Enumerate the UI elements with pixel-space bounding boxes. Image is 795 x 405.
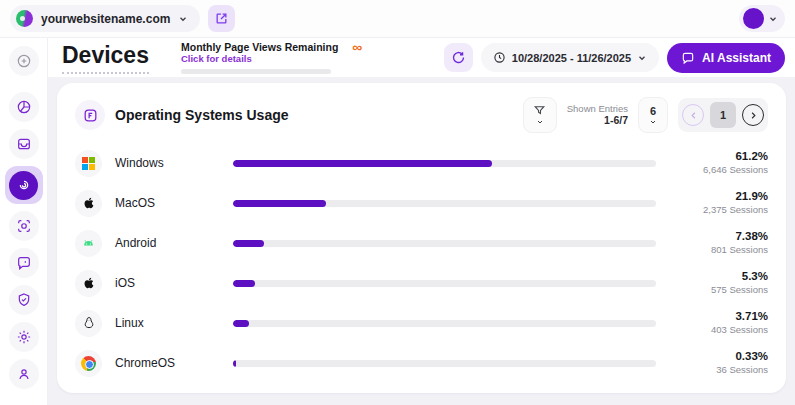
usage-bar-track: [233, 240, 656, 247]
active-indicator: [9, 171, 38, 200]
content-area: Operating Systems Usage Shown Entries 1-…: [48, 77, 795, 405]
os-row-macos: MacOS 21.9% 2,375 Sessions: [75, 183, 768, 223]
card-title: Operating Systems Usage: [115, 107, 289, 123]
sidebar-item-tracking[interactable]: [9, 211, 39, 241]
open-website-button[interactable]: [208, 5, 235, 32]
usage-bar-fill: [233, 320, 249, 327]
current-page[interactable]: 1: [710, 102, 736, 128]
os-percent: 7.38%: [668, 229, 768, 244]
chevron-down-icon: [536, 118, 544, 126]
os-sessions: 36 Sessions: [668, 364, 768, 376]
os-percent: 5.3%: [668, 269, 768, 284]
chrome-logo-icon: [75, 350, 102, 377]
usage-bar-fill: [233, 240, 264, 247]
os-label: ChromeOS: [115, 356, 233, 370]
windows-logo-icon: [75, 150, 102, 177]
sidebar-item-profile[interactable]: [9, 359, 39, 389]
filter-funnel-icon: [533, 104, 546, 117]
arrow-right-icon: [748, 110, 759, 121]
sidebar-item-settings[interactable]: [9, 322, 39, 352]
website-selector[interactable]: yourwebsitename.com: [10, 5, 200, 32]
gear-icon: [16, 329, 32, 345]
sidebar-nav: [0, 38, 48, 405]
target-scan-icon: [16, 218, 32, 234]
refresh-button[interactable]: [444, 43, 473, 72]
android-logo-icon: [75, 230, 102, 257]
user-menu[interactable]: [739, 5, 785, 32]
os-percent: 3.71%: [668, 309, 768, 324]
arrow-left-icon: [688, 110, 699, 121]
pagination: 1: [678, 98, 768, 132]
user-pin-icon: [16, 366, 32, 382]
usage-bar-track: [233, 280, 656, 287]
refresh-icon: [451, 50, 466, 65]
shown-entries-range: 1-6/7: [567, 114, 628, 127]
sidebar-item-analytics[interactable]: [9, 92, 39, 122]
top-bar: yourwebsitename.com: [0, 0, 795, 38]
pie-chart-icon: [16, 99, 32, 115]
usage-bar-fill: [233, 360, 236, 367]
chevron-down-icon: [768, 14, 778, 24]
inbox-icon: [16, 136, 32, 152]
sidebar-item-security[interactable]: [9, 285, 39, 315]
os-sessions: 801 Sessions: [668, 244, 768, 256]
page-title: Devices: [62, 42, 149, 74]
os-percent: 0.33%: [668, 349, 768, 364]
os-row-chromeos: ChromeOS 0.33% 36 Sessions: [75, 343, 768, 383]
entries-per-page-value: 6: [650, 105, 656, 117]
os-row-windows: Windows 61.2% 6,646 Sessions: [75, 143, 768, 183]
ai-assistant-label: AI Assistant: [702, 51, 771, 65]
os-label: Windows: [115, 156, 233, 170]
date-range-picker[interactable]: 10/28/2025 - 11/26/2025: [481, 43, 659, 72]
card-header: Operating Systems Usage Shown Entries 1-…: [75, 93, 768, 143]
card-controls: Shown Entries 1-6/7 6: [523, 97, 768, 133]
os-row-android: Android 7.38% 801 Sessions: [75, 223, 768, 263]
usage-bar-track: [233, 360, 656, 367]
os-label: Android: [115, 236, 233, 250]
page-header: Devices Monthly Page Views Remaining Cli…: [48, 38, 795, 77]
os-sessions: 6,646 Sessions: [668, 164, 768, 176]
os-sessions: 575 Sessions: [668, 284, 768, 296]
date-range-value: 10/28/2025 - 11/26/2025: [512, 52, 631, 64]
usage-bar-track: [233, 200, 656, 207]
usage-bar-fill: [233, 200, 326, 207]
apple-logo-icon: [75, 270, 102, 297]
fingerprint-icon: [16, 177, 32, 193]
pageviews-progress-bar: [181, 69, 331, 74]
website-favicon: [16, 10, 33, 27]
os-sessions: 403 Sessions: [668, 324, 768, 336]
os-label: Linux: [115, 316, 233, 330]
add-circle-icon: [16, 53, 32, 69]
usage-bar-fill: [233, 280, 255, 287]
chat-icon: [16, 255, 32, 271]
next-page-button[interactable]: [742, 104, 764, 126]
external-link-icon: [215, 12, 228, 25]
sidebar-item-devices[interactable]: [5, 166, 43, 204]
os-percent: 61.2%: [668, 149, 768, 164]
sidebar-item-inbox[interactable]: [9, 129, 39, 159]
prev-page-button[interactable]: [682, 104, 704, 126]
os-label: iOS: [115, 276, 233, 290]
main-area: Devices Monthly Page Views Remaining Cli…: [48, 38, 795, 405]
os-row-linux: Linux 3.71% 403 Sessions: [75, 303, 768, 343]
ai-assistant-button[interactable]: AI Assistant: [667, 43, 785, 73]
pageviews-widget: Monthly Page Views Remaining Click for d…: [181, 41, 362, 74]
usage-bar-track: [233, 160, 656, 167]
entries-per-page-select[interactable]: 6: [638, 97, 668, 133]
linux-tux-icon: [75, 310, 102, 337]
pageviews-details-link[interactable]: Click for details: [181, 53, 338, 64]
sidebar-item-feedback[interactable]: [9, 248, 39, 278]
analytics-dashboard: yourwebsitename.com: [0, 0, 795, 405]
filter-button[interactable]: [523, 97, 557, 133]
shown-entries: Shown Entries 1-6/7: [567, 103, 628, 128]
usage-bar-fill: [233, 160, 492, 167]
usage-bar-track: [233, 320, 656, 327]
chevron-down-icon: [637, 53, 647, 63]
unlimited-icon: ∞: [352, 41, 362, 53]
os-label: MacOS: [115, 196, 233, 210]
avatar: [743, 8, 764, 29]
shown-entries-label: Shown Entries: [567, 103, 628, 115]
os-row-ios: iOS 5.3% 575 Sessions: [75, 263, 768, 303]
chevron-down-icon: [178, 14, 188, 24]
sidebar-item-add[interactable]: [9, 46, 39, 76]
